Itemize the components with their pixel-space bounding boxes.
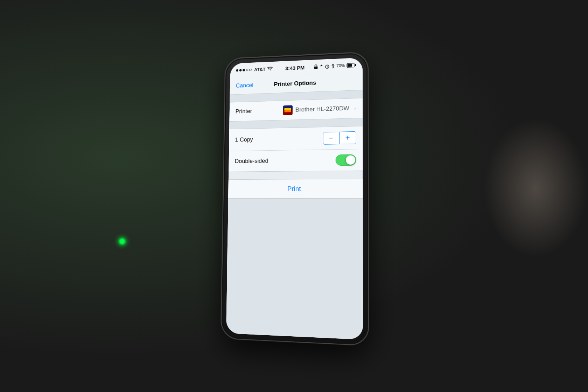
page-title: Printer Options <box>274 79 316 88</box>
green-dot-decoration <box>119 238 125 245</box>
location-icon <box>320 64 323 69</box>
print-button[interactable]: Print <box>287 185 301 193</box>
printer-name: Brother HL-2270DW <box>295 105 349 113</box>
alarm-icon <box>325 64 329 68</box>
copies-row: 1 Copy − + <box>229 126 363 151</box>
toggle-thumb <box>346 155 355 165</box>
lock-icon <box>314 64 318 69</box>
printer-label: Printer <box>236 108 262 115</box>
doublesided-label: Double-sided <box>235 157 268 165</box>
status-right: 70% <box>314 62 356 69</box>
copies-stepper: − + <box>323 131 356 144</box>
copies-label: 1 Copy <box>235 136 253 143</box>
chevron-right-icon: › <box>354 104 356 111</box>
svg-rect-0 <box>314 66 318 69</box>
signal-indicator <box>236 68 251 71</box>
signal-dot-5 <box>249 68 252 71</box>
wifi-icon <box>267 67 272 71</box>
battery-icon <box>346 63 356 67</box>
signal-dot-2 <box>239 69 242 71</box>
printer-app-icon <box>283 105 293 115</box>
phone-body: AT&T 3:43 PM <box>220 51 369 346</box>
print-row: Print <box>228 179 363 198</box>
doublesided-row: Double-sided <box>229 149 363 171</box>
increment-button[interactable]: + <box>340 131 356 144</box>
signal-dot-4 <box>246 68 248 71</box>
status-left: AT&T <box>236 66 272 73</box>
carrier-label: AT&T <box>254 66 265 72</box>
bg-light <box>483 118 588 258</box>
doublesided-toggle[interactable] <box>336 154 356 166</box>
printer-row-value: Brother HL-2270DW › <box>283 103 356 115</box>
signal-dot-3 <box>243 69 245 71</box>
phone-screen: AT&T 3:43 PM <box>226 57 363 339</box>
bottom-area <box>226 198 363 339</box>
print-section: Print <box>228 179 363 199</box>
battery-percent: 70% <box>336 63 345 68</box>
options-section: 1 Copy − + Double-sided <box>229 126 363 172</box>
decrement-button[interactable]: − <box>323 132 340 144</box>
cancel-button[interactable]: Cancel <box>236 82 253 89</box>
printer-row[interactable]: Printer Brother HL-2270DW <box>229 98 363 121</box>
bluetooth-icon <box>331 63 335 68</box>
signal-dot-1 <box>236 69 238 71</box>
status-time: 3:43 PM <box>285 64 304 71</box>
printer-section: Printer Brother HL-2270DW <box>229 98 363 122</box>
phone-container: AT&T 3:43 PM <box>220 53 368 340</box>
